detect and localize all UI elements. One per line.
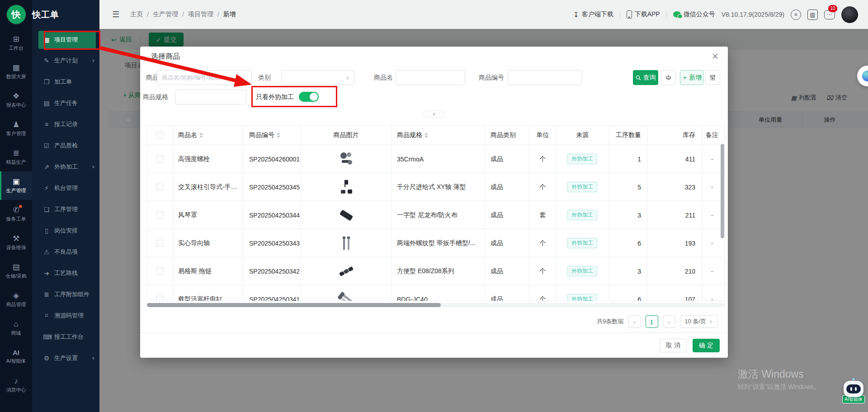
submenu-item-project[interactable]: ▦项目管理 — [38, 31, 96, 49]
rail-item-report-center[interactable]: ❖报表中心 — [0, 86, 32, 114]
rail-item-customer[interactable]: ♟客户管理 — [0, 114, 32, 143]
breadcrumb-item[interactable]: 主页 — [130, 10, 143, 19]
column-header[interactable]: 商品编号 — [249, 131, 274, 139]
rail-item-workbench[interactable]: ⊞工作台 — [0, 29, 32, 57]
filter-settings-button[interactable] — [705, 70, 720, 85]
top-header: ☰ 主页/生产管理/项目管理/新增 ↧客户端下载 下载APP 微信公众号 V8.… — [99, 0, 868, 29]
sort-icon[interactable] — [425, 133, 428, 138]
submenu-item-post[interactable]: ▯岗位安排 — [32, 220, 99, 241]
row-checkbox[interactable] — [156, 156, 163, 162]
rail-item-label: 仓储/采购 — [5, 273, 27, 279]
v-scrollbar-thumb[interactable] — [721, 144, 724, 238]
spec-input[interactable] — [175, 90, 246, 104]
submenu-item-addon[interactable]: ≣工序附加组件 — [32, 284, 99, 305]
breadcrumb: 主页/生产管理/项目管理/新增 — [130, 10, 236, 19]
search-button[interactable]: 查询 — [633, 70, 658, 85]
product-code: SP202504250344 — [249, 212, 300, 219]
row-checkbox[interactable] — [156, 240, 163, 246]
menu-collapse-icon[interactable]: ☰ — [112, 9, 119, 19]
download-app-link[interactable]: 下载APP — [627, 10, 660, 19]
current-page-button[interactable]: 1 — [646, 315, 658, 328]
row-checkbox[interactable] — [156, 268, 163, 275]
table-row[interactable]: 载型活塞杆电缸SP202504250341BDG-JC40成品个外协加工6107… — [147, 285, 725, 301]
product-keyword-input[interactable] — [157, 70, 252, 85]
product-code-input[interactable] — [508, 70, 582, 85]
submenu-item-machine[interactable]: ⚡机台管理 — [32, 177, 99, 199]
prev-page-button[interactable]: ‹ — [628, 315, 641, 328]
add-new-button[interactable]: ＋新增 — [680, 70, 703, 85]
h-scrollbar-thumb[interactable] — [147, 303, 441, 307]
submenu-item-outsource[interactable]: ⇗外协加工∨ — [32, 156, 99, 177]
row-checkbox[interactable] — [156, 184, 163, 190]
submenu-item-label: 外协加工 — [54, 163, 78, 171]
table-row[interactable]: 高强度螺栓SP20250426000135CrmoA成品个外协加工1411- — [147, 145, 725, 173]
submenu-item-settings[interactable]: ⚙生产设置∨ — [32, 347, 99, 369]
table-row[interactable]: 风琴罩SP202504250344一字型 尼龙布/防火布成品套外协加工3211- — [147, 201, 725, 229]
clear-filters-button[interactable] — [661, 70, 676, 85]
bolt-parts-photo — [336, 149, 356, 169]
submenu-item-step[interactable]: ❏工序管理 — [32, 199, 99, 220]
submenu-item-qc[interactable]: ☑产品质检 — [32, 135, 99, 156]
rail-item-message[interactable]: ♪消息中心 — [0, 371, 32, 399]
rail-item-maintenance[interactable]: ⚒设备维保 — [0, 228, 32, 257]
outsource-only-toggle[interactable] — [299, 92, 319, 102]
rail-item-service[interactable]: ✆服务工单 — [0, 200, 32, 228]
next-page-button[interactable]: › — [663, 315, 675, 328]
column-header[interactable]: 商品规格 — [397, 131, 422, 139]
product-spec: 千分尺进给式 XY轴 薄型 — [397, 183, 466, 191]
source-badge: 外协加工 — [567, 154, 597, 164]
rail-item-lean[interactable]: ≣精益生产 — [0, 143, 32, 171]
cancel-button[interactable]: 取 消 — [660, 339, 687, 352]
client-download-link[interactable]: ↧客户端下载 — [573, 10, 613, 19]
row-checkbox[interactable] — [156, 212, 163, 218]
submenu-item-work-record[interactable]: ≡报工记录 — [32, 114, 99, 135]
table-row[interactable]: 实心导向轴SP202504250343两端外螺纹型 带扳手槽型/...成品个外协… — [147, 229, 725, 257]
page-size-select[interactable]: 10 条/页∨ — [680, 315, 718, 328]
rail-item-goods[interactable]: ◈商品管理 — [0, 285, 32, 314]
submenu-item-task[interactable]: ▤生产任务 — [32, 92, 99, 114]
rail-item-mall[interactable]: ⌂商城 — [0, 314, 32, 342]
table-row[interactable]: 易格斯 拖链SP202504250342方便型 E08/Z08系列成品个外协加工… — [147, 257, 725, 285]
rail-item-data-screen[interactable]: ▦数据大屏 — [0, 57, 32, 86]
row-checkbox[interactable] — [156, 296, 163, 301]
submenu-item-defect[interactable]: ⚠不良品项 — [32, 241, 99, 262]
ai-assistant-widget[interactable]: AI智能体 — [840, 381, 867, 403]
breadcrumb-item[interactable]: 生产管理 — [153, 10, 178, 19]
rail-item-warehouse[interactable]: ▤仓储/采购 — [0, 257, 32, 285]
wechat-link[interactable]: 微信公众号 — [673, 10, 715, 19]
horizontal-scrollbar[interactable] — [147, 303, 725, 307]
lean-production-icon: ≣ — [13, 149, 19, 157]
submenu-item-report-bench[interactable]: ⌨报工工作台 — [32, 326, 99, 347]
breadcrumb-item[interactable]: 项目管理 — [188, 10, 213, 19]
submenu-item-plan[interactable]: ✎生产计划∨ — [32, 50, 99, 71]
collapse-filters-button[interactable]: ∧ — [424, 110, 444, 118]
app-logo[interactable]: 快 — [0, 0, 32, 29]
category-select[interactable]: ∨ — [281, 70, 354, 85]
sort-icon[interactable] — [199, 133, 203, 138]
sort-icon[interactable] — [277, 133, 280, 138]
customer-service-icon[interactable]: ≡ — [791, 9, 801, 20]
submenu-item-trace[interactable]: ⌗溯源码管理 — [32, 305, 99, 326]
product-category: 成品 — [491, 155, 503, 163]
table-row[interactable]: 交叉滚柱引导式-手动...SP202504250345千分尺进给式 XY轴 薄型… — [147, 173, 725, 201]
rail-item-label: 报表中心 — [6, 102, 26, 109]
product-table: 商品名商品编号商品图片商品规格商品类别单位来源工序数量库存备注 高强度螺栓SP2… — [147, 125, 725, 301]
remark: - — [711, 156, 713, 163]
remark: - — [711, 212, 713, 219]
confirm-button[interactable]: 确 定 — [693, 339, 720, 352]
submenu-item-process-order[interactable]: ❒加工单 — [32, 71, 99, 92]
rail-item-ai[interactable]: AIAI智能体 — [0, 342, 32, 371]
submenu-item-route[interactable]: ➔工艺路线 — [32, 262, 99, 284]
user-avatar[interactable] — [841, 6, 858, 23]
rail-item-label: 生产管理 — [6, 187, 26, 194]
rail-item-label: 商城 — [11, 330, 21, 336]
docs-icon[interactable]: ▥ — [807, 9, 818, 20]
column-header[interactable]: 商品名 — [178, 131, 197, 139]
rail-item-production[interactable]: ▣生产管理 — [0, 171, 32, 200]
close-icon[interactable]: ✕ — [712, 51, 719, 62]
messages-button[interactable]: ⋯ 10 — [824, 10, 835, 19]
product-unit: 个 — [540, 239, 546, 247]
select-all-checkbox[interactable] — [156, 132, 163, 139]
product-category: 成品 — [491, 211, 503, 219]
product-name-input[interactable] — [396, 70, 465, 85]
